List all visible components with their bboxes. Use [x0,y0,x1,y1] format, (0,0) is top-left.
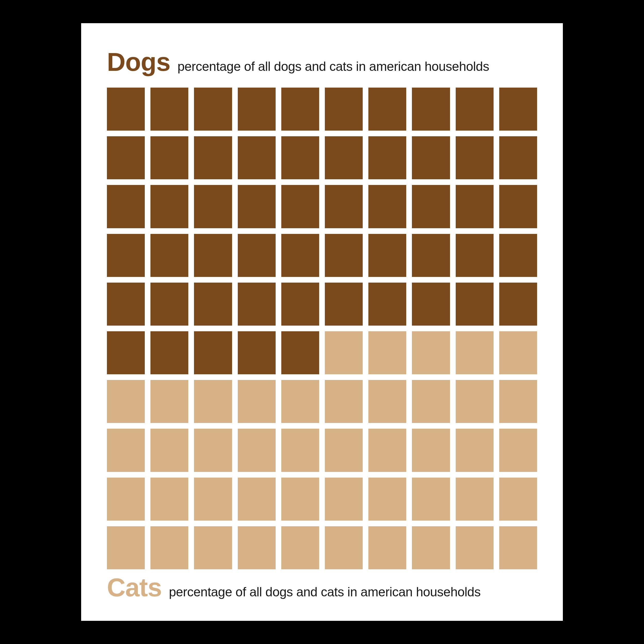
waffle-cell-dogs [238,283,276,326]
waffle-cell-cats [368,380,406,423]
waffle-cell-dogs [194,331,232,374]
waffle-cell-dogs [412,88,450,131]
waffle-cell-dogs [150,283,188,326]
waffle-cell-dogs [194,136,232,179]
waffle-cell-cats [150,380,188,423]
chart-footer: Cats percentage of all dogs and cats in … [107,574,537,600]
waffle-cell-cats [499,380,537,423]
waffle-cell-cats [456,380,494,423]
waffle-cell-cats [499,478,537,521]
waffle-cell-dogs [499,185,537,228]
waffle-cell-cats [281,429,319,472]
waffle-cell-dogs [456,283,494,326]
waffle-cell-cats [107,526,145,569]
waffle-cell-cats [194,478,232,521]
waffle-cell-dogs [456,136,494,179]
cats-title: Cats [107,574,162,600]
waffle-cell-cats [325,331,363,374]
waffle-cell-cats [499,429,537,472]
waffle-cell-dogs [412,234,450,277]
waffle-cell-cats [368,331,406,374]
waffle-cell-cats [412,429,450,472]
waffle-cell-dogs [325,88,363,131]
waffle-cell-dogs [368,88,406,131]
waffle-cell-dogs [238,136,276,179]
waffle-cell-dogs [325,185,363,228]
waffle-cell-cats [456,478,494,521]
waffle-cell-cats [238,380,276,423]
dogs-subtitle: percentage of all dogs and cats in ameri… [177,59,489,74]
waffle-cell-dogs [194,88,232,131]
waffle-cell-cats [456,429,494,472]
waffle-cell-cats [107,380,145,423]
waffle-cell-cats [456,331,494,374]
waffle-cell-cats [412,478,450,521]
waffle-cell-cats [456,526,494,569]
waffle-cell-dogs [281,283,319,326]
waffle-cell-cats [194,380,232,423]
waffle-cell-dogs [281,88,319,131]
waffle-cell-dogs [150,331,188,374]
waffle-cell-cats [107,478,145,521]
waffle-cell-dogs [456,185,494,228]
waffle-cell-cats [238,429,276,472]
waffle-cell-dogs [107,234,145,277]
waffle-cell-dogs [368,283,406,326]
waffle-cell-cats [150,478,188,521]
waffle-cell-dogs [150,88,188,131]
waffle-cell-dogs [368,185,406,228]
waffle-cell-dogs [238,88,276,131]
waffle-cell-cats [325,526,363,569]
waffle-cell-cats [368,429,406,472]
waffle-cell-dogs [194,283,232,326]
waffle-cell-dogs [107,88,145,131]
waffle-cell-cats [499,526,537,569]
chart-card: Dogs percentage of all dogs and cats in … [81,23,563,621]
waffle-cell-dogs [325,136,363,179]
waffle-cell-dogs [368,234,406,277]
dogs-title: Dogs [107,49,170,75]
waffle-cell-dogs [499,88,537,131]
waffle-cell-dogs [107,331,145,374]
waffle-cell-dogs [412,185,450,228]
waffle-cell-dogs [238,331,276,374]
waffle-cell-cats [194,526,232,569]
stage: Dogs percentage of all dogs and cats in … [0,0,644,644]
waffle-cell-dogs [194,234,232,277]
waffle-cell-dogs [412,136,450,179]
waffle-cell-cats [238,526,276,569]
waffle-cell-cats [325,429,363,472]
waffle-cell-dogs [238,185,276,228]
waffle-cell-cats [281,380,319,423]
cats-subtitle: percentage of all dogs and cats in ameri… [169,584,481,599]
waffle-cell-dogs [499,234,537,277]
waffle-cell-cats [150,429,188,472]
waffle-cell-dogs [281,234,319,277]
waffle-cell-cats [281,478,319,521]
waffle-cell-cats [412,331,450,374]
waffle-cell-dogs [281,331,319,374]
waffle-cell-dogs [281,185,319,228]
waffle-cell-dogs [368,136,406,179]
waffle-cell-dogs [107,283,145,326]
waffle-cell-cats [412,526,450,569]
waffle-cell-dogs [412,283,450,326]
waffle-cell-dogs [150,136,188,179]
waffle-cell-dogs [325,234,363,277]
waffle-cell-dogs [107,185,145,228]
waffle-cell-dogs [499,283,537,326]
waffle-cell-cats [238,478,276,521]
waffle-cell-dogs [499,136,537,179]
waffle-cell-dogs [194,185,232,228]
waffle-cell-cats [281,526,319,569]
waffle-cell-dogs [107,136,145,179]
waffle-grid [107,88,537,569]
waffle-cell-dogs [150,234,188,277]
waffle-cell-cats [368,478,406,521]
waffle-cell-dogs [150,185,188,228]
waffle-cell-cats [107,429,145,472]
waffle-cell-dogs [281,136,319,179]
waffle-cell-dogs [456,234,494,277]
waffle-cell-dogs [325,283,363,326]
waffle-cell-cats [150,526,188,569]
